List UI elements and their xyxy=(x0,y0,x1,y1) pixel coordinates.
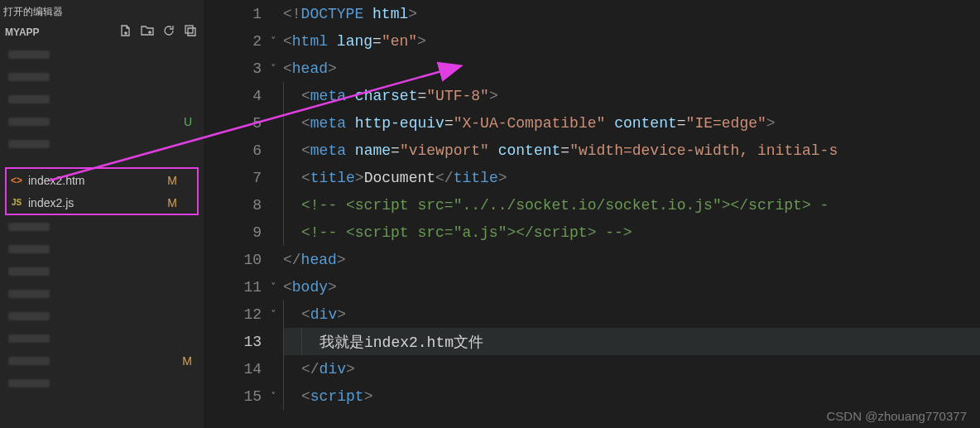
open-editors-header[interactable]: 打开的编辑器 xyxy=(0,0,204,22)
file-name: index2.js xyxy=(28,196,74,209)
file-tree-item[interactable] xyxy=(0,88,204,110)
fold-icon[interactable]: ˅ xyxy=(267,390,280,403)
blur-area-top: U xyxy=(0,43,204,155)
line-number: 1 xyxy=(204,6,267,22)
line-number: 13 xyxy=(204,334,267,350)
code-line[interactable]: <html lang="en"> xyxy=(283,27,980,55)
git-status-badge: M xyxy=(167,196,177,209)
project-label: MYAPP xyxy=(5,26,40,38)
code-line[interactable]: <body> xyxy=(283,273,980,301)
fold-icon[interactable]: ˅ xyxy=(267,281,280,294)
code-line[interactable]: </head> xyxy=(283,246,980,273)
highlighted-file-box: <>index2.htmMJSindex2.jsM xyxy=(5,167,199,215)
file-tree-item[interactable]: U xyxy=(0,110,204,132)
gutter: 12˅3˅4567891011˅12˅131415˅ xyxy=(204,0,283,428)
fold-icon[interactable]: ˅ xyxy=(267,35,280,48)
refresh-icon[interactable] xyxy=(162,24,175,40)
fold-icon[interactable]: ˅ xyxy=(267,62,280,75)
line-number: 5 xyxy=(204,115,267,132)
code-line[interactable]: <head> xyxy=(283,55,980,82)
file-tree-item[interactable] xyxy=(0,305,204,327)
file-name: index2.htm xyxy=(28,174,84,187)
file-type-icon: <> xyxy=(10,174,23,187)
new-folder-icon[interactable] xyxy=(141,24,154,40)
file-tree-item[interactable] xyxy=(0,372,204,394)
svg-rect-0 xyxy=(185,26,193,33)
code-editor[interactable]: 12˅3˅4567891011˅12˅131415˅ <!DOCTYPE htm… xyxy=(204,0,980,428)
line-number: 3 xyxy=(204,60,267,77)
new-file-icon[interactable] xyxy=(119,24,132,40)
file-tree-item[interactable] xyxy=(0,327,204,349)
file-type-icon: JS xyxy=(10,196,23,209)
code-line[interactable]: <title>Document</title> xyxy=(283,164,980,191)
file-tree-item[interactable] xyxy=(0,215,204,238)
file-tree-item[interactable] xyxy=(0,260,204,282)
line-number: 11 xyxy=(204,279,267,296)
code-line[interactable]: <!DOCTYPE html> xyxy=(283,0,980,27)
code-line[interactable]: <meta http-equiv="X-UA-Compatible" conte… xyxy=(283,109,980,137)
line-number: 12 xyxy=(204,306,267,323)
watermark: CSDN @zhouang770377 xyxy=(826,409,967,423)
line-number: 10 xyxy=(204,252,267,268)
line-number: 4 xyxy=(204,88,267,104)
line-number: 14 xyxy=(204,361,267,378)
sidebar: 打开的编辑器 MYAPP U <>index2.htmMJSindex2.jsM… xyxy=(0,0,204,428)
file-tree-item[interactable]: <>index2.htmM xyxy=(7,169,197,191)
code-line[interactable]: </div> xyxy=(283,355,980,382)
code-line[interactable]: <meta charset="UTF-8"> xyxy=(283,82,980,109)
git-status-badge: M xyxy=(167,174,177,187)
code-line[interactable]: <div> xyxy=(283,301,980,328)
line-number: 9 xyxy=(204,224,267,241)
file-tree-item[interactable] xyxy=(0,132,204,155)
code-line[interactable]: <meta name="viewport" content="width=dev… xyxy=(283,137,980,164)
file-tree-item[interactable] xyxy=(0,238,204,260)
blur-area-bottom: M xyxy=(0,215,204,394)
project-header[interactable]: MYAPP xyxy=(0,22,204,43)
code-line[interactable]: <!-- <script src="a.js"></script> --> xyxy=(283,219,980,246)
explorer-actions xyxy=(119,24,197,40)
fold-icon[interactable]: ˅ xyxy=(267,308,280,321)
file-tree-item[interactable] xyxy=(0,282,204,305)
file-tree-item[interactable] xyxy=(0,43,204,65)
code-area[interactable]: <!DOCTYPE html><html lang="en"><head><me… xyxy=(283,0,980,410)
file-tree-item[interactable]: M xyxy=(0,349,204,372)
line-number: 6 xyxy=(204,142,267,159)
line-number: 8 xyxy=(204,197,267,214)
line-number: 7 xyxy=(204,170,267,186)
file-tree-item[interactable] xyxy=(0,65,204,88)
line-number: 2 xyxy=(204,33,267,50)
code-line[interactable]: <script> xyxy=(283,382,980,410)
code-line[interactable]: 我就是index2.htm文件 xyxy=(283,328,980,355)
collapse-icon[interactable] xyxy=(184,24,197,40)
file-tree-item[interactable]: JSindex2.jsM xyxy=(7,191,197,214)
line-number: 15 xyxy=(204,388,267,405)
code-line[interactable]: <!-- <script src="../../socket.io/socket… xyxy=(283,191,980,219)
